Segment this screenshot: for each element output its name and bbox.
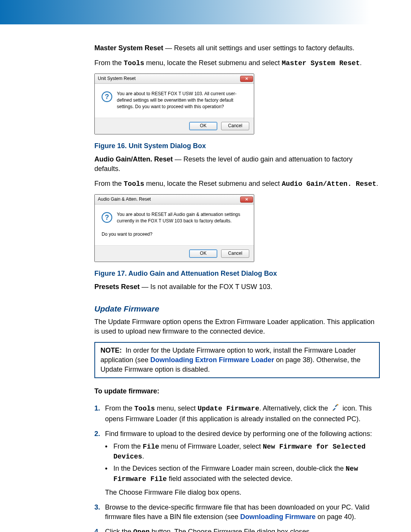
dialog-buttons: OK Cancel [95, 118, 254, 134]
open-label: Open [133, 528, 150, 532]
step-body: From the Tools menu, select Update Firmw… [105, 404, 380, 423]
to-update-heading: To update firmware: [94, 387, 380, 396]
step-after: The Choose Firmware File dialog box open… [105, 488, 380, 497]
step-4: 4. Click the Open button. The Choose Fir… [94, 527, 380, 532]
bullet-2: • In the Devices section of the Firmware… [105, 464, 380, 484]
top-gradient-bar [0, 0, 411, 24]
dash: — [142, 283, 148, 291]
cancel-button[interactable]: Cancel [221, 249, 249, 258]
step-1: 1. From the Tools menu, select Update Fi… [94, 404, 380, 423]
bullet-1: • From the File menu of Firmware Loader,… [105, 442, 380, 462]
text: menu of Firmware Loader, select [161, 443, 261, 450]
step-number: 1. [94, 404, 105, 423]
period: . [142, 452, 144, 460]
dialog-message: You are about to RESET FOX T USW 103. Al… [117, 91, 247, 110]
para-master-reset: Master System Reset — Resets all unit se… [94, 43, 380, 53]
cancel-button[interactable]: Cancel [221, 122, 249, 130]
dialog-title: Unit System Reset [98, 75, 135, 82]
dialog-buttons: OK Cancel [95, 245, 254, 262]
bullet-icon: • [105, 442, 113, 462]
ok-button[interactable]: OK [189, 122, 217, 130]
text: From the [94, 180, 122, 187]
text: menu, locate the Reset submenu and selec… [146, 59, 280, 67]
close-button[interactable]: ✕ [240, 197, 253, 203]
dialog-titlebar: Unit System Reset ✕ [95, 74, 254, 84]
wrench-screwdriver-icon [331, 404, 339, 414]
step-body: Click the Open button. The Choose Firmwa… [105, 527, 311, 532]
tools-label: Tools [124, 180, 144, 188]
dialog-body: ? You are about to RESET all Audio gain … [95, 204, 254, 245]
step-body: Find firmware to upload to the desired d… [105, 429, 380, 497]
master-reset-tail: Resets all unit settings and user settin… [174, 44, 354, 52]
svg-point-0 [333, 410, 334, 411]
para-tools-master: From the Tools menu, locate the Reset su… [94, 58, 380, 68]
figure-17-caption: Figure 17. Audio Gain and Attenuation Re… [94, 269, 380, 278]
close-button[interactable]: ✕ [240, 76, 253, 82]
dash: — [175, 155, 182, 163]
download-firmware-link[interactable]: Downloading Firmware [240, 513, 315, 521]
text: From the [113, 443, 141, 450]
master-reset-head: Master System Reset [94, 44, 163, 52]
note-label: NOTE: [100, 347, 122, 354]
audio-reset-head: Audio Gain/Atten. Reset [94, 155, 173, 163]
step-2-bullets: • From the File menu of Firmware Loader,… [105, 442, 380, 484]
para-audio-reset: Audio Gain/Atten. Reset — Resets the lev… [94, 155, 380, 174]
period: . [360, 59, 362, 67]
file-label: File [143, 443, 159, 451]
step-2: 2. Find firmware to upload to the desire… [94, 429, 380, 497]
master-system-reset-label: Master System Reset [282, 59, 360, 67]
text: field associated with the selected devic… [169, 475, 292, 482]
step-body: Browse to the device-specific firmware f… [105, 503, 380, 522]
figure-16-caption: Figure 16. Unit System Dialog Box [94, 141, 380, 151]
presets-reset-head: Presets Reset [94, 283, 140, 291]
text: In the Devices section of the Firmware L… [113, 465, 344, 472]
text: From the [105, 405, 132, 412]
dialog-title: Audio Gain & Atten. Reset [98, 196, 151, 203]
dialog-body: ? You are about to RESET FOX T USW 103. … [95, 84, 254, 117]
text: on page 40). [317, 513, 356, 521]
step-number: 4. [94, 527, 105, 532]
dash: — [165, 44, 172, 52]
text: . Alternatively, click the [259, 405, 328, 412]
dialog-message: You are about to RESET all Audio gain & … [117, 211, 247, 237]
audio-gain-reset-label: Audio Gain/Atten. Reset [282, 180, 376, 188]
text: menu, select [157, 405, 196, 412]
unit-system-reset-dialog: Unit System Reset ✕ ? You are about to R… [94, 73, 254, 134]
step-text: Find firmware to upload to the desired d… [105, 429, 380, 439]
para-update-desc: The Update Firmware option opens the Ext… [94, 317, 380, 336]
update-firmware-heading: Update Firmware [94, 303, 380, 314]
period: . [376, 180, 378, 187]
update-firmware-label: Update Firmware [198, 405, 259, 413]
msg-line1: You are about to RESET all Audio gain & … [117, 211, 247, 224]
text: menu, locate the Reset submenu and selec… [146, 180, 280, 187]
page-content: Master System Reset — Resets all unit se… [0, 24, 411, 532]
download-loader-link[interactable]: Downloading Extron Firmware Loader [150, 356, 274, 364]
step-3: 3. Browse to the device-specific firmwar… [94, 503, 380, 522]
note-box: NOTE: In order for the Update Firmware o… [94, 342, 380, 379]
tools-label: Tools [134, 405, 155, 413]
text: button. The Choose Firmware File dialog … [151, 528, 311, 532]
question-icon: ? [102, 91, 112, 102]
text: Click the [105, 528, 131, 532]
svg-rect-1 [337, 404, 338, 406]
tools-label: Tools [124, 59, 144, 67]
bullet-icon: • [105, 464, 113, 484]
step-number: 2. [94, 429, 105, 497]
para-presets-reset: Presets Reset — Is not available for the… [94, 282, 380, 292]
audio-gain-reset-dialog: Audio Gain & Atten. Reset ✕ ? You are ab… [94, 194, 254, 262]
dialog-titlebar: Audio Gain & Atten. Reset ✕ [95, 195, 254, 204]
text: From the [94, 59, 122, 67]
msg-question: Do you want to proceed? [102, 231, 247, 238]
firmware-steps: 1. From the Tools menu, select Update Fi… [94, 404, 380, 532]
presets-reset-tail: Is not available for the FOX T USW 103. [150, 283, 272, 291]
step-number: 3. [94, 503, 105, 522]
ok-button[interactable]: OK [189, 249, 217, 258]
question-icon: ? [102, 212, 112, 223]
para-tools-audio: From the Tools menu, locate the Reset su… [94, 179, 380, 189]
